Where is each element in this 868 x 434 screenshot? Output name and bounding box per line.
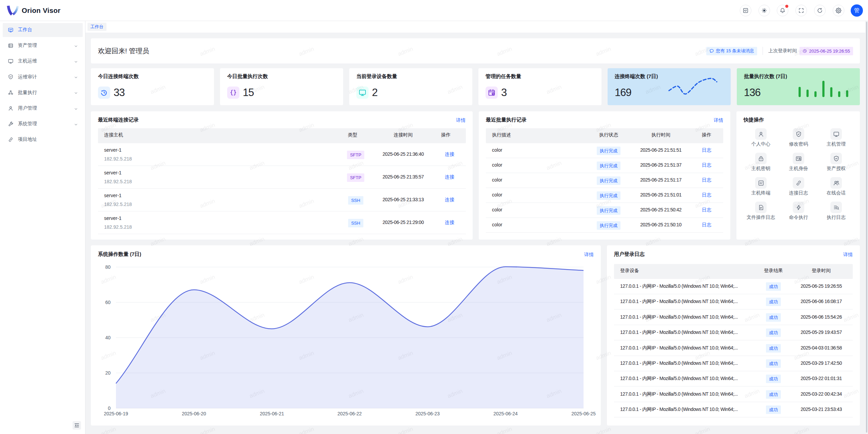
svg-text:2025-06-19: 2025-06-19 bbox=[104, 411, 128, 416]
svg-text:2025-06-24: 2025-06-24 bbox=[493, 411, 518, 416]
svg-text:2025-06-23: 2025-06-23 bbox=[415, 411, 440, 416]
svg-text:2025-06-25: 2025-06-25 bbox=[571, 411, 596, 416]
svg-text:2025-06-21: 2025-06-21 bbox=[260, 411, 284, 416]
svg-text:80: 80 bbox=[105, 264, 111, 270]
svg-text:40: 40 bbox=[105, 335, 111, 340]
svg-text:2025-06-22: 2025-06-22 bbox=[337, 411, 362, 416]
svg-text:60: 60 bbox=[105, 300, 111, 305]
svg-text:0: 0 bbox=[108, 405, 111, 411]
svg-text:20: 20 bbox=[105, 370, 111, 376]
svg-text:2025-06-20: 2025-06-20 bbox=[182, 411, 206, 416]
